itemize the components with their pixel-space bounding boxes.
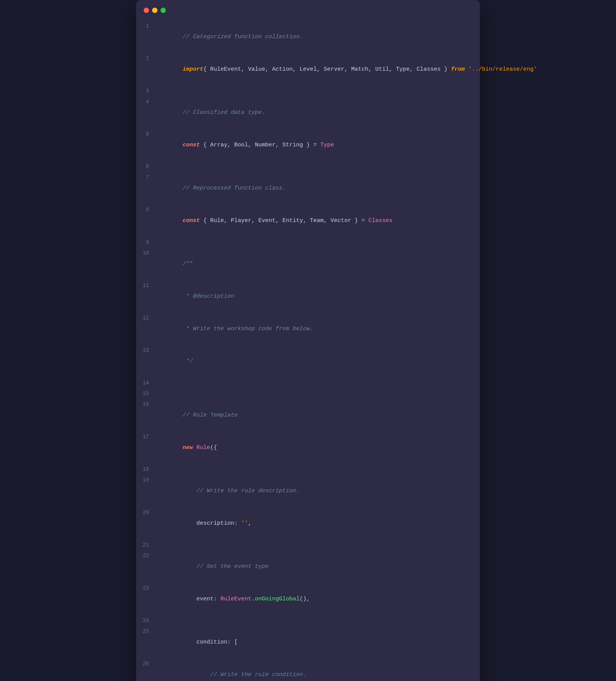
code-line-11: 11 * @description <box>140 280 476 313</box>
code-line-24: 24 <box>140 615 476 626</box>
line-number: 21 <box>140 540 155 550</box>
code-line-14: 14 <box>140 378 476 388</box>
code-line-23: 23 event: RuleEvent.onGoingGlobal(), <box>140 583 476 615</box>
code-line-10: 10 /** <box>140 248 476 280</box>
line-content: const { Rule, Player, Event, Entity, Tea… <box>155 205 476 237</box>
line-number: 20 <box>140 507 155 518</box>
method-token: onGoingGlobal <box>255 596 300 602</box>
keyword-token: import <box>183 66 203 73</box>
code-line-3: 3 <box>140 86 476 96</box>
line-number: 25 <box>140 626 155 637</box>
line-number: 14 <box>140 378 155 388</box>
line-content: * Write the workshop code from below. <box>155 313 476 345</box>
line-number: 22 <box>140 550 155 561</box>
line-content: description: '', <box>155 508 476 540</box>
line-content: event: RuleEvent.onGoingGlobal(), <box>155 583 476 615</box>
line-content: // Set the event type <box>155 551 476 583</box>
line-content: // Write the rule condition. <box>155 659 476 681</box>
comment-token: // Write the rule description. <box>183 488 300 494</box>
line-number: 2 <box>140 53 155 64</box>
comment-token: // Categorized function collection. <box>183 34 303 40</box>
code-line-1: 1 // Categorized function collection. <box>140 21 476 53</box>
code-line-7: 7 // Reprocessed function class. <box>140 172 476 204</box>
line-number: 8 <box>140 204 155 215</box>
line-number: 1 <box>140 21 155 31</box>
code-line-15: 15 <box>140 388 476 399</box>
line-content: // Rule Template <box>155 399 476 431</box>
from-token: from <box>451 66 465 73</box>
line-number: 6 <box>140 161 155 172</box>
line-content: */ <box>155 345 476 378</box>
jsdoc-token: * Write the workshop code from below. <box>183 326 313 332</box>
default-token: (), <box>300 596 310 602</box>
line-number: 11 <box>140 280 155 291</box>
line-content: // Categorized function collection. <box>155 21 476 53</box>
line-number: 4 <box>140 96 155 107</box>
rule-token: Rule <box>196 444 210 451</box>
code-line-2: 2 import{ RuleEvent, Value, Action, Leve… <box>140 53 476 86</box>
comment-token: // Rule Template <box>183 412 238 418</box>
code-line-17: 17 new Rule({ <box>140 431 476 464</box>
code-line-9: 9 <box>140 237 476 248</box>
line-number: 9 <box>140 237 155 248</box>
line-number: 13 <box>140 345 155 356</box>
line-number: 12 <box>140 313 155 323</box>
code-line-26: 26 // Write the rule condition. <box>140 658 476 681</box>
line-content: // Write the rule description. <box>155 475 476 507</box>
line-content: // Classified data type. <box>155 97 476 129</box>
classes-token: Classes <box>368 217 392 224</box>
line-content: // Reprocessed function class. <box>155 172 476 204</box>
string-token: '' <box>241 520 248 527</box>
code-editor-window: 1 // Categorized function collection. 2 … <box>136 0 480 681</box>
line-number: 23 <box>140 583 155 593</box>
comment-token: // Set the event type <box>183 563 269 570</box>
comment-token: // Classified data type. <box>183 109 265 116</box>
keyword-token: const <box>183 142 200 148</box>
type-token: Type <box>320 142 334 148</box>
line-number: 3 <box>140 86 155 96</box>
code-line-25: 25 condition: [ <box>140 626 476 658</box>
line-content: /** <box>155 248 476 280</box>
line-number: 5 <box>140 129 155 139</box>
keyword-token: const <box>183 217 200 224</box>
default-token: { Rule, Player, Event, Entity, Team, Vec… <box>200 217 368 224</box>
line-content: condition: [ <box>155 626 476 658</box>
line-number: 26 <box>140 658 155 669</box>
code-line-12: 12 * Write the workshop code from below. <box>140 313 476 345</box>
code-line-6: 6 <box>140 161 476 172</box>
line-content: import{ RuleEvent, Value, Action, Level,… <box>155 54 537 86</box>
code-line-8: 8 const { Rule, Player, Event, Entity, T… <box>140 204 476 237</box>
default-token: ({ <box>210 444 217 451</box>
code-line-22: 22 // Set the event type <box>140 550 476 583</box>
code-line-19: 19 // Write the rule description. <box>140 475 476 507</box>
line-number: 18 <box>140 464 155 475</box>
rule-event-token: RuleEvent <box>220 596 251 602</box>
dot-token: . <box>251 596 255 602</box>
comment-token: // Reprocessed function class. <box>183 185 286 191</box>
default-token: description: <box>183 520 241 527</box>
jsdoc-token: * @description <box>183 293 234 300</box>
titlebar <box>136 8 480 21</box>
code-line-5: 5 const { Array, Bool, Number, String } … <box>140 129 476 161</box>
default-token: { Array, Bool, Number, String } = <box>200 142 320 148</box>
code-line-16: 16 // Rule Template <box>140 399 476 431</box>
line-content: const { Array, Bool, Number, String } = … <box>155 129 476 161</box>
close-button[interactable] <box>144 8 149 13</box>
maximize-button[interactable] <box>160 8 166 13</box>
new-token: new <box>183 444 196 451</box>
string-token: '../bin/release/eng' <box>465 66 537 73</box>
code-editor[interactable]: 1 // Categorized function collection. 2 … <box>136 21 480 681</box>
line-number: 19 <box>140 475 155 485</box>
line-number: 17 <box>140 431 155 442</box>
code-line-4: 4 // Classified data type. <box>140 96 476 129</box>
jsdoc-token: */ <box>183 358 193 365</box>
line-content: new Rule({ <box>155 432 476 464</box>
code-line-21: 21 <box>140 540 476 550</box>
default-token: event: <box>183 596 220 602</box>
default-token: condition: [ <box>183 639 238 645</box>
line-number: 10 <box>140 248 155 258</box>
line-number: 24 <box>140 615 155 626</box>
default-token: { RuleEvent, Value, Action, Level, Serve… <box>203 66 451 73</box>
comment-token: // Write the rule condition. <box>183 671 306 678</box>
minimize-button[interactable] <box>152 8 157 13</box>
